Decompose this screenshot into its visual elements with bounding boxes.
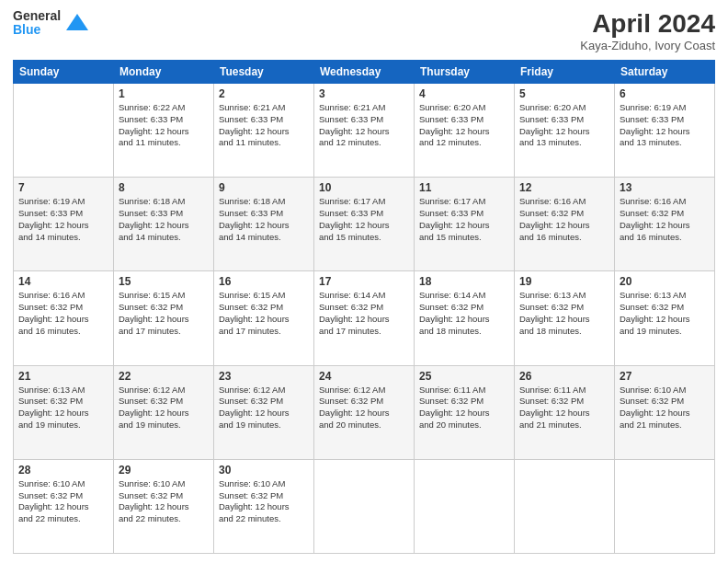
calendar-cell: [14, 84, 114, 178]
day-number: 16: [219, 275, 309, 288]
calendar-cell: 26Sunrise: 6:11 AM Sunset: 6:32 PM Dayli…: [515, 365, 615, 459]
logo: General Blue: [13, 9, 90, 38]
calendar-cell: 30Sunrise: 6:10 AM Sunset: 6:32 PM Dayli…: [214, 459, 314, 553]
day-info: Sunrise: 6:11 AM Sunset: 6:32 PM Dayligh…: [519, 385, 609, 431]
header: General Blue April 2024 Kaya-Ziduho, Ivo…: [13, 9, 715, 52]
calendar-cell: 23Sunrise: 6:12 AM Sunset: 6:32 PM Dayli…: [214, 365, 314, 459]
weekday-header: Monday: [114, 61, 214, 84]
day-info: Sunrise: 6:22 AM Sunset: 6:33 PM Dayligh…: [119, 102, 209, 149]
day-info: Sunrise: 6:12 AM Sunset: 6:32 PM Dayligh…: [219, 385, 309, 431]
calendar-cell: 12Sunrise: 6:16 AM Sunset: 6:32 PM Dayli…: [515, 178, 615, 271]
calendar-cell: 6Sunrise: 6:19 AM Sunset: 6:33 PM Daylig…: [615, 84, 715, 178]
calendar-cell: 19Sunrise: 6:13 AM Sunset: 6:32 PM Dayli…: [515, 271, 615, 365]
day-number: 26: [519, 370, 609, 383]
calendar-week-row: 28Sunrise: 6:10 AM Sunset: 6:32 PM Dayli…: [14, 459, 715, 553]
day-info: Sunrise: 6:21 AM Sunset: 6:33 PM Dayligh…: [219, 102, 309, 149]
day-info: Sunrise: 6:19 AM Sunset: 6:33 PM Dayligh…: [18, 196, 108, 243]
day-info: Sunrise: 6:15 AM Sunset: 6:32 PM Dayligh…: [219, 290, 309, 337]
day-number: 23: [219, 370, 309, 383]
day-info: Sunrise: 6:12 AM Sunset: 6:32 PM Dayligh…: [319, 385, 409, 431]
calendar-cell: 11Sunrise: 6:17 AM Sunset: 6:33 PM Dayli…: [415, 178, 515, 271]
calendar-cell: 14Sunrise: 6:16 AM Sunset: 6:32 PM Dayli…: [14, 271, 114, 365]
day-number: 4: [419, 87, 509, 100]
day-number: 28: [18, 464, 108, 477]
day-number: 5: [519, 87, 609, 100]
day-number: 30: [219, 464, 309, 477]
calendar-week-row: 21Sunrise: 6:13 AM Sunset: 6:32 PM Dayli…: [14, 365, 715, 459]
logo-blue: Blue: [13, 23, 61, 37]
day-info: Sunrise: 6:17 AM Sunset: 6:33 PM Dayligh…: [319, 196, 409, 243]
calendar-cell: [515, 459, 615, 553]
logo-text: General Blue: [13, 9, 61, 38]
calendar-cell: 16Sunrise: 6:15 AM Sunset: 6:32 PM Dayli…: [214, 271, 314, 365]
day-number: 10: [319, 181, 409, 194]
calendar-cell: 20Sunrise: 6:13 AM Sunset: 6:32 PM Dayli…: [615, 271, 715, 365]
weekday-header: Saturday: [615, 61, 715, 84]
calendar-cell: 3Sunrise: 6:21 AM Sunset: 6:33 PM Daylig…: [314, 84, 415, 178]
day-info: Sunrise: 6:10 AM Sunset: 6:32 PM Dayligh…: [18, 478, 108, 525]
calendar-cell: 2Sunrise: 6:21 AM Sunset: 6:33 PM Daylig…: [214, 84, 314, 178]
calendar-week-row: 14Sunrise: 6:16 AM Sunset: 6:32 PM Dayli…: [14, 271, 715, 365]
day-info: Sunrise: 6:21 AM Sunset: 6:33 PM Dayligh…: [319, 102, 409, 149]
day-number: 17: [319, 275, 409, 288]
day-number: 13: [620, 181, 710, 194]
day-number: 24: [319, 370, 409, 383]
calendar-week-row: 1Sunrise: 6:22 AM Sunset: 6:33 PM Daylig…: [14, 84, 715, 178]
day-info: Sunrise: 6:18 AM Sunset: 6:33 PM Dayligh…: [219, 196, 309, 243]
svg-marker-0: [66, 14, 88, 30]
calendar-cell: 4Sunrise: 6:20 AM Sunset: 6:33 PM Daylig…: [415, 84, 515, 178]
day-info: Sunrise: 6:15 AM Sunset: 6:32 PM Dayligh…: [119, 290, 209, 337]
day-info: Sunrise: 6:10 AM Sunset: 6:32 PM Dayligh…: [620, 385, 710, 431]
calendar-cell: 9Sunrise: 6:18 AM Sunset: 6:33 PM Daylig…: [214, 178, 314, 271]
main-title: April 2024: [580, 9, 715, 39]
calendar-cell: 10Sunrise: 6:17 AM Sunset: 6:33 PM Dayli…: [314, 178, 415, 271]
calendar-cell: 7Sunrise: 6:19 AM Sunset: 6:33 PM Daylig…: [14, 178, 114, 271]
day-info: Sunrise: 6:20 AM Sunset: 6:33 PM Dayligh…: [519, 102, 609, 149]
day-info: Sunrise: 6:16 AM Sunset: 6:32 PM Dayligh…: [519, 196, 609, 243]
calendar-cell: 5Sunrise: 6:20 AM Sunset: 6:33 PM Daylig…: [515, 84, 615, 178]
day-number: 21: [18, 370, 108, 383]
day-info: Sunrise: 6:19 AM Sunset: 6:33 PM Dayligh…: [620, 102, 710, 149]
day-info: Sunrise: 6:11 AM Sunset: 6:32 PM Dayligh…: [419, 385, 509, 431]
day-number: 22: [119, 370, 209, 383]
weekday-header: Wednesday: [314, 61, 415, 84]
calendar-cell: 13Sunrise: 6:16 AM Sunset: 6:32 PM Dayli…: [615, 178, 715, 271]
calendar-cell: 15Sunrise: 6:15 AM Sunset: 6:32 PM Dayli…: [114, 271, 214, 365]
page: General Blue April 2024 Kaya-Ziduho, Ivo…: [0, 0, 728, 563]
day-info: Sunrise: 6:13 AM Sunset: 6:32 PM Dayligh…: [519, 290, 609, 337]
calendar: SundayMondayTuesdayWednesdayThursdayFrid…: [13, 60, 715, 554]
day-number: 27: [620, 370, 710, 383]
day-info: Sunrise: 6:14 AM Sunset: 6:32 PM Dayligh…: [419, 290, 509, 337]
calendar-cell: 25Sunrise: 6:11 AM Sunset: 6:32 PM Dayli…: [415, 365, 515, 459]
day-info: Sunrise: 6:12 AM Sunset: 6:32 PM Dayligh…: [119, 385, 209, 431]
day-info: Sunrise: 6:16 AM Sunset: 6:32 PM Dayligh…: [18, 290, 108, 337]
calendar-cell: 28Sunrise: 6:10 AM Sunset: 6:32 PM Dayli…: [14, 459, 114, 553]
calendar-cell: 1Sunrise: 6:22 AM Sunset: 6:33 PM Daylig…: [114, 84, 214, 178]
calendar-cell: 24Sunrise: 6:12 AM Sunset: 6:32 PM Dayli…: [314, 365, 415, 459]
weekday-header: Sunday: [14, 61, 114, 84]
day-number: 2: [219, 87, 309, 100]
day-number: 29: [119, 464, 209, 477]
calendar-cell: 27Sunrise: 6:10 AM Sunset: 6:32 PM Dayli…: [615, 365, 715, 459]
day-info: Sunrise: 6:20 AM Sunset: 6:33 PM Dayligh…: [419, 102, 509, 149]
weekday-header: Thursday: [415, 61, 515, 84]
calendar-cell: [314, 459, 415, 553]
day-info: Sunrise: 6:13 AM Sunset: 6:32 PM Dayligh…: [620, 290, 710, 337]
day-number: 8: [119, 181, 209, 194]
day-info: Sunrise: 6:18 AM Sunset: 6:33 PM Dayligh…: [119, 196, 209, 243]
calendar-week-row: 7Sunrise: 6:19 AM Sunset: 6:33 PM Daylig…: [14, 178, 715, 271]
day-info: Sunrise: 6:10 AM Sunset: 6:32 PM Dayligh…: [119, 478, 209, 525]
day-number: 3: [319, 87, 409, 100]
day-number: 1: [119, 87, 209, 100]
calendar-cell: [615, 459, 715, 553]
day-number: 11: [419, 181, 509, 194]
calendar-cell: 18Sunrise: 6:14 AM Sunset: 6:32 PM Dayli…: [415, 271, 515, 365]
calendar-header-row: SundayMondayTuesdayWednesdayThursdayFrid…: [14, 61, 715, 84]
weekday-header: Friday: [515, 61, 615, 84]
calendar-cell: [415, 459, 515, 553]
subtitle: Kaya-Ziduho, Ivory Coast: [580, 39, 715, 52]
calendar-cell: 8Sunrise: 6:18 AM Sunset: 6:33 PM Daylig…: [114, 178, 214, 271]
day-number: 25: [419, 370, 509, 383]
calendar-cell: 17Sunrise: 6:14 AM Sunset: 6:32 PM Dayli…: [314, 271, 415, 365]
day-info: Sunrise: 6:13 AM Sunset: 6:32 PM Dayligh…: [18, 385, 108, 431]
